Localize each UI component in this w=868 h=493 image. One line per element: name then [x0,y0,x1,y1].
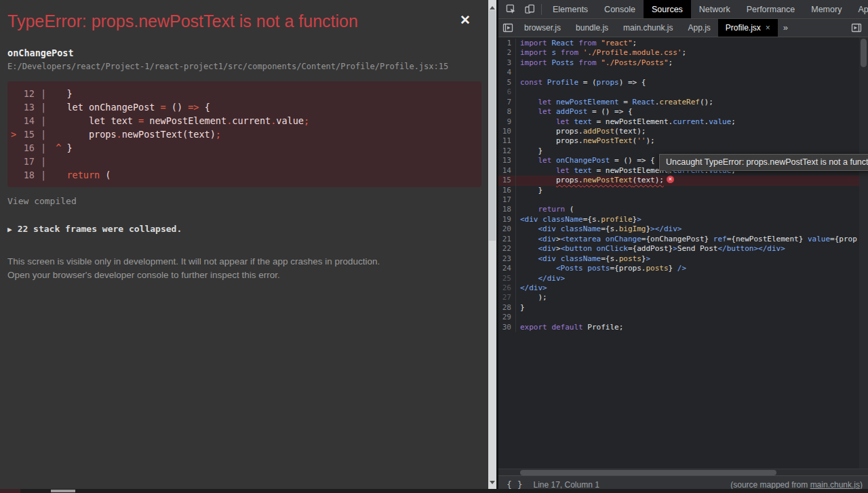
line-number[interactable]: 17 [498,195,516,205]
code-token: } [669,264,677,273]
line-number[interactable]: 21 [498,235,516,244]
window-bottom-scrollbar[interactable] [0,489,868,493]
code-token: } [520,303,525,312]
code-text: } [52,88,72,99]
scroll-up-arrow-icon[interactable] [490,3,495,9]
code-token: addPost [556,107,587,116]
scrollbar-thumb[interactable] [489,10,496,241]
line-number[interactable]: 15 [498,176,516,185]
code-text: return ( [516,205,574,214]
code-line: 23 <div className={s.posts}> [498,254,868,264]
line-number[interactable]: 27 [498,293,516,302]
more-tabs-icon[interactable]: » [778,19,793,37]
code-token: onClick [597,244,628,253]
line-number[interactable]: 26 [498,283,516,293]
code-token: "react" [601,39,632,47]
screen: TypeError: props.newPostText is not a fu… [0,0,868,493]
source-editor[interactable]: 1import React from "react";2import s fro… [498,37,868,469]
line-number[interactable]: 25 [498,274,516,283]
close-icon[interactable]: ✕ [460,14,471,26]
code-line: 1import React from "react"; [498,39,868,48]
code-frame: 12| } 13| let onChangePost = () => { 14|… [7,81,481,187]
line-number[interactable]: 28 [498,303,516,313]
code-line: 13| let onChangePost = () => { [7,100,481,114]
source-map-link[interactable]: main.chunk.js [810,480,860,490]
line-number[interactable]: 13 [498,156,516,165]
line-number[interactable]: 12 [498,146,516,156]
line-number[interactable]: 5 [498,78,516,87]
scrollbar-thumb[interactable] [861,39,867,67]
close-tab-icon[interactable]: × [766,23,770,33]
line-number[interactable]: 18 [498,205,516,214]
code-token: posts [587,264,610,273]
editor-vertical-scrollbar[interactable] [859,37,868,469]
code-token: = newPostElement. [592,117,673,126]
tab-console[interactable]: Console [596,0,644,19]
scroll-down-arrow-icon[interactable] [490,481,495,487]
line-number[interactable]: 1 [498,39,516,48]
code-text: <div className={s.bigImg}></div> [516,224,682,233]
line-number[interactable]: 4 [498,68,516,77]
code-token: ); [520,293,547,302]
file-tab-main-chunk-js[interactable]: main.chunk.js [616,19,680,37]
code-token: ( [565,205,574,214]
code-token: props. [520,127,583,136]
line-number[interactable]: 16 [498,186,516,195]
error-line-marker [7,168,18,182]
stack-frames-toggle[interactable]: ▶22 stack frames were collapsed. [7,224,481,234]
editor-horizontal-scrollbar[interactable] [498,469,868,475]
view-compiled-link[interactable]: View compiled [7,196,82,206]
code-text: <div><button onClick={addPost}>Send Post… [516,244,785,253]
code-line: 20 <div className={s.bigImg}></div> [498,224,868,234]
file-tab-profile-jsx[interactable]: Profile.jsx× [718,19,778,37]
line-number[interactable]: 23 [498,254,516,264]
line-number[interactable]: 20 [498,224,516,234]
code-token: export [520,323,547,332]
line-number[interactable]: 9 [498,117,516,127]
line-number[interactable]: 7 [498,98,516,107]
show-navigator-icon[interactable] [498,19,517,37]
line-number[interactable]: 11 [498,136,516,146]
file-tab-bundle-js[interactable]: bundle.js [568,19,616,37]
line-number[interactable]: 8 [498,107,516,117]
tab-sources[interactable]: Sources [644,0,691,19]
inspect-element-icon[interactable] [502,1,520,18]
line-number[interactable]: 14 [498,166,516,176]
code-token: let text [56,115,138,126]
line-number[interactable]: 3 [498,58,516,68]
line-number[interactable]: 30 [498,323,516,332]
scrollbar-thumb[interactable] [520,470,776,475]
code-token [520,117,556,126]
code-text [516,195,520,204]
page-vertical-scrollbar[interactable] [488,0,496,493]
line-number[interactable]: 24 [498,264,516,273]
code-text: } [516,303,525,312]
pretty-print-button[interactable]: { } [498,479,529,490]
file-tab-app-js[interactable]: App.js [680,19,717,37]
stack-frames-label: 22 stack frames were collapsed. [18,224,182,234]
code-token [551,98,556,106]
code-token: return [538,205,566,214]
tab-network[interactable]: Network [691,0,738,19]
line-number[interactable]: 19 [498,215,516,224]
line-number[interactable]: 29 [498,313,516,322]
code-token: let [538,98,552,106]
tab-memory[interactable]: Memory [803,0,850,19]
tab-elements[interactable]: Elements [545,0,596,19]
scrollbar-thumb[interactable] [51,490,75,492]
code-text: ); [516,293,547,302]
stack-frame-location: E:/Developers/react/Project-1/react-proj… [7,62,481,71]
line-number[interactable]: 2 [498,48,516,58]
source-code: 1import React from "react";2import s fro… [498,39,868,332]
file-tab-browser-js[interactable]: browser.js [517,19,568,37]
line-number[interactable]: 6 [498,87,516,97]
code-text: let newPostElement = React.createRef(); [516,98,713,106]
code-token [578,48,583,57]
show-debugger-sidebar-icon[interactable] [847,19,865,37]
line-number[interactable]: 10 [498,127,516,136]
device-toolbar-icon[interactable] [520,1,538,18]
code-token: React [551,39,574,47]
line-number[interactable]: 22 [498,244,516,254]
tab-performance[interactable]: Performance [738,0,804,19]
tab-application[interactable]: Application [850,0,868,19]
